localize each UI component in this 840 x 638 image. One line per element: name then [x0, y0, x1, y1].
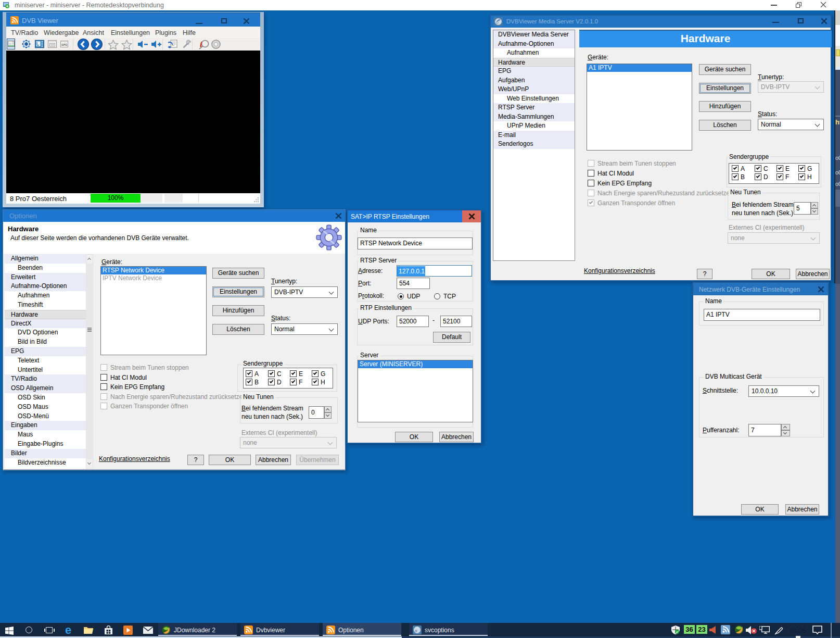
svg-text:EPG: EPG [61, 43, 67, 46]
svg-text:e: e [65, 624, 71, 636]
